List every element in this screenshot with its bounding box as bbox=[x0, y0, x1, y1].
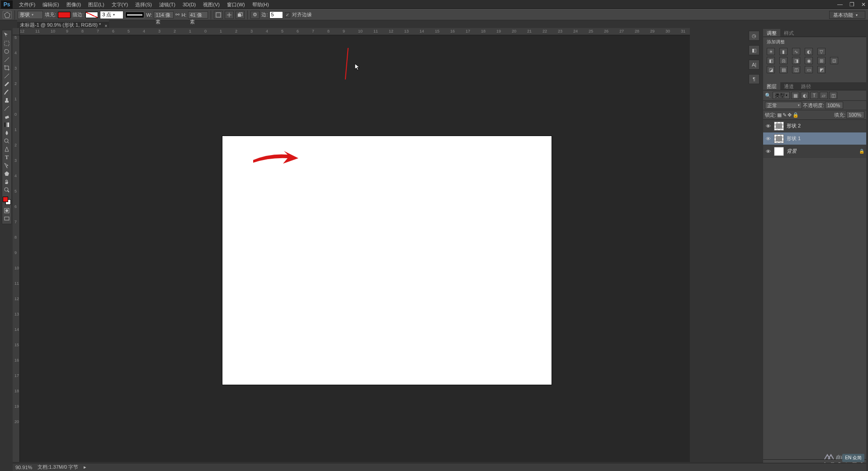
zoom-tool[interactable] bbox=[2, 186, 11, 194]
healing-tool[interactable] bbox=[2, 80, 11, 88]
dodge-tool[interactable] bbox=[2, 137, 11, 145]
hue-icon[interactable]: ◧ bbox=[767, 57, 775, 64]
layer-name[interactable]: 背景 bbox=[787, 148, 797, 155]
lock-all-icon[interactable]: 🔒 bbox=[793, 112, 799, 118]
shape-tool[interactable] bbox=[2, 170, 11, 178]
polygon-tool-icon[interactable] bbox=[3, 11, 12, 19]
layer-thumbnail[interactable] bbox=[774, 147, 784, 156]
blur-tool[interactable] bbox=[2, 129, 11, 137]
eraser-tool[interactable] bbox=[2, 113, 11, 121]
pen-tool[interactable] bbox=[2, 145, 11, 153]
fill-swatch[interactable] bbox=[58, 12, 71, 18]
lookup-icon[interactable]: ⊡ bbox=[830, 57, 838, 64]
lock-transparent-icon[interactable]: ▦ bbox=[777, 112, 782, 118]
menu-view[interactable]: 视图(V) bbox=[199, 0, 223, 9]
fill-input[interactable]: 100% bbox=[846, 111, 864, 118]
stroke-width-dropdown[interactable]: 3 点▾ bbox=[100, 11, 123, 19]
maximize-button[interactable]: ❐ bbox=[848, 1, 855, 8]
vibrance-icon[interactable]: ▽ bbox=[817, 48, 826, 55]
stamp-tool[interactable] bbox=[2, 96, 11, 104]
exposure-icon[interactable]: ◐ bbox=[805, 48, 813, 55]
lock-position-icon[interactable]: ✥ bbox=[788, 112, 792, 118]
visibility-toggle[interactable]: 👁 bbox=[765, 148, 771, 155]
photo-filter-icon[interactable]: ◉ bbox=[805, 57, 813, 64]
minimize-button[interactable]: — bbox=[836, 1, 844, 8]
layers-tab[interactable]: 图层 bbox=[763, 82, 780, 90]
color-balance-icon[interactable]: ⚖ bbox=[779, 57, 788, 64]
channels-tab[interactable]: 通道 bbox=[780, 82, 797, 90]
path-selection-tool[interactable] bbox=[2, 161, 11, 170]
gear-icon[interactable]: ⚙ bbox=[250, 11, 259, 19]
filter-type-icon[interactable]: T bbox=[810, 92, 818, 99]
paths-tab[interactable]: 路径 bbox=[797, 82, 815, 90]
filter-shape-icon[interactable]: ▱ bbox=[820, 92, 828, 99]
layer-name[interactable]: 形状 1 bbox=[787, 135, 801, 142]
filter-smart-icon[interactable]: ◫ bbox=[829, 92, 837, 99]
invert-icon[interactable]: ◪ bbox=[767, 66, 775, 73]
stroke-swatch[interactable] bbox=[85, 12, 98, 18]
canvas[interactable] bbox=[222, 136, 552, 385]
menu-layer[interactable]: 图层(L) bbox=[85, 0, 108, 9]
brightness-icon[interactable]: ☀ bbox=[767, 48, 775, 55]
channel-mixer-icon[interactable]: ⊞ bbox=[817, 57, 826, 64]
zoom-level[interactable]: 90.91% bbox=[15, 465, 32, 470]
layer-row[interactable]: 👁 背景 🔒 bbox=[763, 145, 866, 158]
menu-edit[interactable]: 编辑(E) bbox=[39, 0, 63, 9]
arrow-shape[interactable] bbox=[251, 149, 301, 171]
type-tool[interactable]: T bbox=[2, 153, 11, 161]
layer-row[interactable]: 👁 形状 2 bbox=[763, 120, 866, 132]
color-swatches[interactable] bbox=[3, 197, 11, 205]
properties-panel-icon[interactable]: ◧ bbox=[749, 45, 760, 55]
menu-select[interactable]: 选择(S) bbox=[132, 0, 156, 9]
gradient-tool[interactable] bbox=[2, 121, 11, 129]
magic-wand-tool[interactable] bbox=[2, 56, 11, 64]
lasso-tool[interactable] bbox=[2, 47, 11, 56]
height-input[interactable]: 41 像素 bbox=[188, 11, 208, 19]
selective-color-icon[interactable]: ◩ bbox=[817, 66, 826, 73]
path-operations-button[interactable] bbox=[214, 11, 223, 19]
styles-tab[interactable]: 样式 bbox=[780, 29, 797, 37]
shape-mode-dropdown[interactable]: 形状▾ bbox=[18, 11, 43, 19]
character-panel-icon[interactable]: A| bbox=[749, 60, 760, 70]
search-icon[interactable]: 🔍 bbox=[765, 93, 771, 99]
path-alignment-button[interactable] bbox=[225, 11, 234, 19]
threshold-icon[interactable]: ◫ bbox=[792, 66, 800, 73]
bw-icon[interactable]: ◨ bbox=[792, 57, 800, 64]
stroke-style-dropdown[interactable] bbox=[125, 12, 144, 18]
link-icon[interactable]: ⚯ bbox=[175, 12, 179, 18]
hand-tool[interactable] bbox=[2, 178, 11, 186]
levels-icon[interactable]: ▮ bbox=[779, 48, 788, 55]
brush-tool[interactable] bbox=[2, 88, 11, 96]
posterize-icon[interactable]: ▤ bbox=[779, 66, 788, 73]
filter-adjust-icon[interactable]: ◐ bbox=[801, 92, 809, 99]
history-panel-icon[interactable]: ◷ bbox=[749, 31, 760, 41]
path-arrangement-button[interactable] bbox=[236, 11, 245, 19]
move-tool[interactable] bbox=[2, 31, 11, 39]
status-arrow-icon[interactable]: ▸ bbox=[84, 464, 86, 470]
canvas-viewport[interactable] bbox=[20, 35, 690, 462]
filter-type-dropdown[interactable]: 类型▾ bbox=[773, 92, 790, 99]
menu-filter[interactable]: 滤镜(T) bbox=[156, 0, 179, 9]
menu-type[interactable]: 文字(Y) bbox=[108, 0, 132, 9]
screen-mode-toggle[interactable] bbox=[2, 215, 11, 223]
visibility-toggle[interactable]: 👁 bbox=[765, 123, 771, 129]
menu-file[interactable]: 文件(F) bbox=[15, 0, 39, 9]
visibility-toggle[interactable]: 👁 bbox=[765, 136, 771, 142]
paragraph-panel-icon[interactable]: ¶ bbox=[749, 74, 760, 84]
curves-icon[interactable]: ∿ bbox=[792, 48, 800, 55]
history-brush-tool[interactable] bbox=[2, 104, 11, 113]
blend-mode-dropdown[interactable]: 正常▾ bbox=[765, 102, 802, 109]
width-input[interactable]: 114 像素 bbox=[154, 11, 174, 19]
lock-pixels-icon[interactable]: ✎ bbox=[783, 112, 787, 118]
horizontal-ruler[interactable]: 1211109876543210123456789101112131415161… bbox=[20, 28, 690, 35]
menu-image[interactable]: 图像(I) bbox=[63, 0, 85, 9]
menu-window[interactable]: 窗口(W) bbox=[223, 0, 249, 9]
menu-help[interactable]: 帮助(H) bbox=[249, 0, 273, 9]
marquee-tool[interactable] bbox=[2, 39, 11, 47]
eyedropper-tool[interactable] bbox=[2, 72, 11, 80]
sides-input[interactable]: 5 bbox=[269, 11, 283, 19]
ruler-origin[interactable] bbox=[13, 28, 20, 35]
layer-name[interactable]: 形状 2 bbox=[787, 122, 801, 129]
quick-mask-toggle[interactable] bbox=[2, 207, 11, 215]
layer-thumbnail[interactable] bbox=[774, 122, 784, 131]
